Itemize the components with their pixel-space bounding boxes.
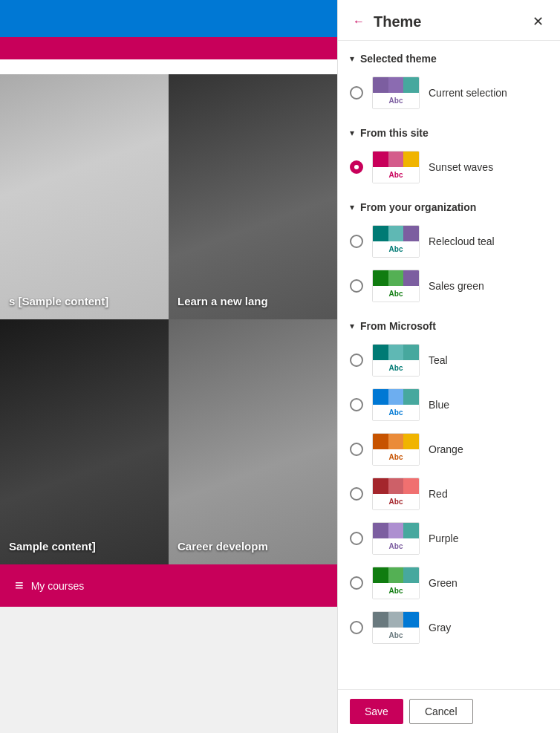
theme-label-gray: Gray xyxy=(429,622,451,633)
radio-gray[interactable] xyxy=(350,621,363,634)
theme-option-gray[interactable]: AbcGray xyxy=(338,605,560,650)
radio-relecloud-teal[interactable] xyxy=(350,235,363,248)
my-courses-icon: ≡ xyxy=(15,577,24,594)
section-title-from-microsoft: From Microsoft xyxy=(360,320,436,332)
swatch-sales-green: Abc xyxy=(372,270,420,302)
card-woman-label: Sample content] xyxy=(9,540,96,553)
back-button[interactable]: ← xyxy=(350,13,368,30)
radio-sunset-waves[interactable] xyxy=(350,160,363,174)
swatch-teal: Abc xyxy=(372,344,420,377)
theme-label-red: Red xyxy=(429,488,448,500)
white-bar xyxy=(0,59,337,74)
chevron-icon-from-your-organization: ▾ xyxy=(350,202,354,212)
section-title-from-this-site: From this site xyxy=(360,127,429,139)
panel-title-group: ← Theme xyxy=(350,13,421,30)
radio-blue[interactable] xyxy=(350,398,363,411)
card-woman[interactable]: Sample content] xyxy=(0,319,169,564)
theme-option-orange[interactable]: AbcOrange xyxy=(338,427,560,472)
image-grid: s [Sample content] Learn a new lang Samp… xyxy=(0,74,337,564)
top-bar xyxy=(0,0,337,37)
cancel-button[interactable]: Cancel xyxy=(409,699,473,724)
theme-label-sales-green: Sales green xyxy=(429,280,484,292)
save-button[interactable]: Save xyxy=(350,699,403,724)
theme-label-teal: Teal xyxy=(429,354,448,366)
panel-header: ← Theme ✕ xyxy=(338,0,560,41)
card-teamwork[interactable]: Career developm xyxy=(169,319,337,564)
section-header-from-this-site[interactable]: ▾From this site xyxy=(338,115,560,145)
pink-bar xyxy=(0,37,337,59)
close-button[interactable]: ✕ xyxy=(528,12,548,31)
section-header-from-microsoft[interactable]: ▾From Microsoft xyxy=(338,308,560,338)
swatch-sunset-waves: Abc xyxy=(372,151,420,183)
swatch-blue: Abc xyxy=(372,388,420,421)
theme-option-current-selection[interactable]: AbcCurrent selection xyxy=(338,71,560,115)
theme-option-red[interactable]: AbcRed xyxy=(338,472,560,516)
theme-label-current-selection: Current selection xyxy=(429,87,507,99)
theme-option-green[interactable]: AbcGreen xyxy=(338,561,560,605)
swatch-relecloud-teal: Abc xyxy=(372,225,420,258)
section-title-selected-theme: Selected theme xyxy=(360,53,437,65)
panel-body: ▾Selected themeAbcCurrent selection▾From… xyxy=(338,41,560,689)
theme-option-teal[interactable]: AbcTeal xyxy=(338,338,560,382)
theme-label-green: Green xyxy=(429,577,458,589)
panel-footer: Save Cancel xyxy=(338,689,560,733)
swatch-purple: Abc xyxy=(372,522,420,555)
section-title-from-your-organization: From your organization xyxy=(360,201,476,213)
chevron-icon-selected-theme: ▾ xyxy=(350,53,354,64)
theme-label-orange: Orange xyxy=(429,443,463,455)
radio-sales-green[interactable] xyxy=(350,279,363,293)
swatch-gray: Abc xyxy=(372,611,420,644)
theme-option-sales-green[interactable]: AbcSales green xyxy=(338,264,560,308)
main-content: s [Sample content] Learn a new lang Samp… xyxy=(0,0,337,733)
card-teamwork-label: Career developm xyxy=(178,540,268,553)
card-handshake[interactable]: s [Sample content] xyxy=(0,74,169,319)
card-meeting-label: Learn a new lang xyxy=(178,295,268,307)
theme-panel: ← Theme ✕ ▾Selected themeAbcCurrent sele… xyxy=(337,0,560,733)
swatch-orange: Abc xyxy=(372,433,420,466)
radio-teal[interactable] xyxy=(350,354,363,367)
theme-label-relecloud-teal: Relecloud teal xyxy=(429,235,495,247)
card-meeting[interactable]: Learn a new lang xyxy=(169,74,337,319)
swatch-red: Abc xyxy=(372,478,420,510)
theme-label-sunset-waves: Sunset waves xyxy=(429,161,493,173)
bottom-nav[interactable]: ≡ My courses xyxy=(0,564,337,607)
theme-option-blue[interactable]: AbcBlue xyxy=(338,382,560,427)
theme-option-relecloud-teal[interactable]: AbcRelecloud teal xyxy=(338,219,560,264)
theme-label-purple: Purple xyxy=(429,532,458,544)
section-header-selected-theme[interactable]: ▾Selected theme xyxy=(338,41,560,71)
my-courses-label: My courses xyxy=(31,580,85,592)
card-handshake-label: s [Sample content] xyxy=(9,295,108,307)
theme-option-sunset-waves[interactable]: AbcSunset waves xyxy=(338,145,560,189)
chevron-icon-from-this-site: ▾ xyxy=(350,128,354,138)
section-header-from-your-organization[interactable]: ▾From your organization xyxy=(338,189,560,219)
theme-label-blue: Blue xyxy=(429,399,449,411)
radio-green[interactable] xyxy=(350,576,363,590)
chevron-icon-from-microsoft: ▾ xyxy=(350,321,354,331)
radio-current-selection[interactable] xyxy=(350,86,363,100)
theme-option-purple[interactable]: AbcPurple xyxy=(338,516,560,561)
panel-title: Theme xyxy=(374,13,421,30)
radio-red[interactable] xyxy=(350,487,363,501)
swatch-green: Abc xyxy=(372,567,420,599)
radio-orange[interactable] xyxy=(350,443,363,456)
swatch-current-selection: Abc xyxy=(372,76,420,109)
radio-purple[interactable] xyxy=(350,532,363,545)
